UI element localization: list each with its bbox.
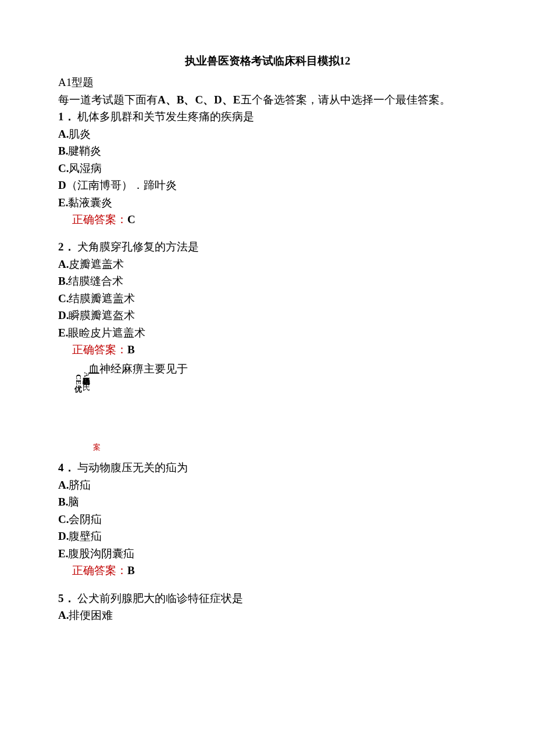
option-text: 腹壁疝: [69, 530, 102, 542]
question-3-garbled: 血神经麻痹主要见于 确牛马羊猪猫正工A氏 C优E 案: [58, 360, 477, 459]
correct-answer: 正确答案：B: [58, 341, 477, 358]
option-a: A.脐疝: [58, 476, 477, 493]
option-label: A.: [58, 258, 69, 270]
question-number: 5．: [58, 592, 75, 604]
option-text: 黏液囊炎: [68, 196, 112, 209]
option-text: 结膜瓣遮盖术: [69, 292, 135, 304]
option-a: A.肌炎: [58, 126, 477, 142]
option-text: 结膜缝合术: [68, 275, 123, 287]
option-text: 皮瓣遮盖术: [69, 258, 124, 270]
instructions: 每一道考试题下面有A、B、C、D、E五个备选答案，请从中选择一个最佳答案。: [58, 91, 477, 108]
option-label: C.: [58, 292, 69, 304]
question-5: 5． 公犬前列腺肥大的临诊特征症状是: [58, 590, 477, 607]
option-a: A.排便困难: [58, 607, 477, 624]
question-number: 1．: [58, 110, 75, 123]
option-label: A.: [58, 128, 69, 140]
option-text: 肌炎: [69, 128, 91, 140]
option-label: D: [58, 179, 66, 191]
option-text: 风湿病: [69, 162, 102, 174]
answer-label: 正确答案：: [72, 564, 127, 576]
option-label: B.: [58, 275, 68, 287]
correct-answer: 正确答案：C: [58, 211, 477, 228]
option-text: 腱鞘炎: [68, 145, 101, 157]
answer-value: B: [127, 343, 135, 356]
q3-ans-char: 案: [93, 442, 101, 453]
option-label: E.: [58, 327, 68, 339]
option-label: D.: [58, 530, 69, 542]
option-c: C.会阴疝: [58, 511, 477, 528]
option-label: E.: [58, 196, 68, 209]
option-e: E.腹股沟阴囊疝: [58, 545, 477, 562]
option-label: C.: [58, 162, 69, 174]
option-text: 会阴疝: [69, 513, 102, 525]
option-text: 脐疝: [69, 479, 91, 491]
option-label: E.: [58, 547, 68, 560]
option-d: D.瞬膜瓣遮盔术: [58, 307, 477, 324]
option-d: D（江南博哥）．蹄叶炎: [58, 177, 477, 194]
option-label: C.: [58, 513, 69, 525]
question-1: 1． 机体多肌群和关节发生疼痛的疾病是: [58, 108, 477, 125]
q3-horiz-rest: 神经麻痹主要见于: [99, 363, 188, 375]
question-4: 4． 与动物腹压无关的疝为: [58, 459, 477, 476]
answer-label: 正确答案：: [72, 343, 127, 356]
question-number: 2．: [58, 241, 75, 253]
question-number: 4．: [58, 461, 75, 474]
answer-value: C: [127, 213, 135, 225]
instructions-part-c: 五个备选答案，请从中选择一个最佳答案。: [241, 94, 451, 106]
option-e: E.黏液囊炎: [58, 194, 477, 211]
question-2: 2． 犬角膜穿孔修复的方法是: [58, 238, 477, 255]
question-stem: 机体多肌群和关节发生疼痛的疾病是: [77, 110, 254, 123]
option-b: B.结膜缝合术: [58, 273, 477, 289]
instructions-options: A、B、C、D、E: [158, 94, 241, 106]
q3-vertical-text: 确牛马羊猪猫正工A氏: [83, 372, 91, 377]
q3-side-text: C优E: [74, 374, 83, 385]
question-stem: 与动物腹压无关的疝为: [77, 461, 188, 474]
section-heading: A1型题: [58, 74, 477, 91]
option-b: B.脑: [58, 493, 477, 510]
option-text: 排便困难: [69, 609, 113, 621]
option-c: C.风湿病: [58, 160, 477, 177]
option-e: E.眼睑皮片遮盖术: [58, 324, 477, 341]
option-text: 瞬膜瓣遮盔术: [69, 309, 135, 321]
option-label: B.: [58, 496, 68, 508]
correct-answer: 正确答案：B: [58, 562, 477, 579]
option-text: 眼睑皮片遮盖术: [68, 327, 145, 339]
question-stem: 公犬前列腺肥大的临诊特征症状是: [77, 592, 243, 604]
q3-horizontal-text: 血神经麻痹主要见于: [88, 360, 188, 377]
option-text: 脑: [68, 496, 79, 508]
instructions-part-a: 每一道考试题下面有: [58, 94, 158, 106]
option-d: D.腹壁疝: [58, 528, 477, 544]
option-text: 腹股沟阴囊疝: [68, 547, 134, 560]
option-paren: （江南博哥）．: [66, 179, 144, 191]
option-c: C.结膜瓣遮盖术: [58, 290, 477, 307]
option-b: B.腱鞘炎: [58, 142, 477, 159]
option-label: B.: [58, 145, 68, 157]
answer-value: B: [127, 564, 135, 576]
option-a: A.皮瓣遮盖术: [58, 256, 477, 273]
answer-label: 正确答案：: [72, 213, 127, 225]
question-stem: 犬角膜穿孔修复的方法是: [77, 241, 199, 253]
option-text: 蹄叶炎: [144, 179, 177, 191]
option-label: A.: [58, 609, 69, 621]
option-label: A.: [58, 479, 69, 491]
option-label: D.: [58, 309, 69, 321]
page-title: 执业兽医资格考试临床科目模拟12: [58, 52, 477, 69]
